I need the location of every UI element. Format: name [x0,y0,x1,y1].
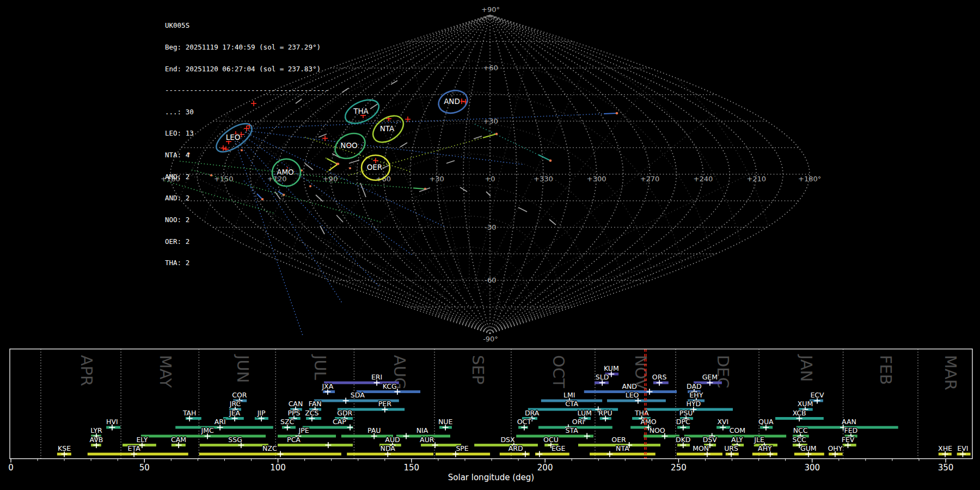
meteor-trail [475,124,538,155]
shower-label-AUR: AUR [420,436,434,444]
shower-label-XHE: XHE [938,444,952,452]
shower-label-NCC: NCC [793,426,808,434]
shower-label-ORI: ORI [572,418,584,426]
shower-label-SSG: SSG [228,436,242,444]
ellipse-label-OER: OER [367,163,383,171]
shower-label-NOO: NOO [650,426,665,434]
shower-label-LYR: LYR [90,426,102,434]
axis-tick-label: 250 [671,463,687,473]
shower-label-DPC: DPC [676,418,690,426]
lon-label: +240 [694,175,713,183]
count-LEO: LEO: 13 [165,130,329,137]
peak-marker-NIA [403,433,409,439]
shower-bar-CAP [303,426,353,429]
month-label-MAR: MAR [941,355,960,390]
shower-label-LMI: LMI [564,391,575,399]
shower-label-XCB: XCB [793,409,806,417]
axis-tick-label: 100 [270,463,286,473]
shower-label-CAN: CAN [289,400,303,408]
shower-label-SPE: SPE [456,444,468,452]
shower-bar-DSX [474,444,538,446]
count-AND: AND: 2 [165,194,329,201]
shower-label-AUD: AUD [385,436,400,444]
shower-bar-ARI [175,426,273,429]
shower-label-KCG: KCG [383,382,397,390]
shower-bar-NOO [644,435,679,438]
shower-label-SDA: SDA [351,391,365,399]
station-id: UK005S [165,22,329,29]
shower-label-SCC: SCC [792,436,806,444]
shower-label-THA: THA [634,409,649,417]
ellipse-label-THA: THA [353,107,369,115]
lat-label: +90° [481,5,500,14]
month-label-JUN: JUN [234,354,252,383]
ellipse-label-NOO: NOO [340,141,357,150]
shower-label-JIP: JIP [257,409,266,417]
shower-label-MON: MON [693,444,709,452]
axis-tick-label: 150 [404,463,420,473]
meteor-segment [360,183,366,197]
shower-bar-AUR [421,444,461,446]
observation-begin: Beg: 20251119 17:40:59 (sol = 237.29°) [165,44,329,51]
peak-marker-CAP [347,425,353,431]
count-NTA: NTA: 4 [165,151,329,158]
peak-marker-NTA [607,451,612,457]
shower-bar-ETA [88,453,188,456]
shower-label-ARD: ARD [509,444,523,452]
meteor-segment [400,143,407,147]
shower-label-DSX: DSX [500,436,515,444]
shower-label-FEV: FEV [842,436,855,444]
shower-label-ELY: ELY [136,436,148,444]
month-label-OCT: OCT [549,355,568,388]
shower-label-GUM: GUM [800,444,817,452]
shower-label-PER: PER [378,400,391,408]
shower-label-AAN: AAN [842,418,856,426]
chart-frame [10,349,972,459]
month-label-MAY: MAY [156,355,175,388]
shower-label-NZC: NZC [262,444,277,452]
meteor-segment [446,161,455,163]
shower-label-DRA: DRA [525,409,540,417]
shower-label-OCU: OCU [543,436,559,444]
peak-marker-ARD [522,451,528,457]
shower-label-PCA: PCA [287,436,301,444]
shower-bar-NTA [590,453,656,456]
meteor-end-dot [337,163,340,166]
peak-marker-PCA [325,442,331,448]
shower-label-KSE: KSE [58,444,71,452]
shower-label-OCT: OCT [517,418,532,426]
shower-label-PSU: PSU [679,409,693,417]
ellipse-label-NTA: NTA [380,124,395,133]
shower-label-ECV: ECV [810,391,824,399]
shower-label-NDA: NDA [381,444,396,452]
shower-label-JXA: JXA [321,382,333,390]
shower-label-EHY: EHY [689,391,703,399]
peak-marker-NZC [277,451,283,457]
shower-label-JLE: JLE [754,436,764,444]
shower-label-OHY: OHY [828,444,842,452]
shower-label-GEM: GEM [702,373,718,381]
shower-label-EVI: EVI [957,444,968,452]
shower-label-JMC: JMC [200,426,213,434]
meteor-path-segment [538,155,550,161]
axis-tick-label: 50 [139,463,150,473]
x-axis-title: Solar longitude (deg) [448,473,534,482]
meteor-segment [518,207,527,212]
shower-label-CTA: CTA [565,400,578,408]
count-OER: OER: 2 [165,238,329,245]
lon-label: +270 [640,175,660,183]
lat-label: +60 [483,64,498,72]
shower-label-JEA: JEA [229,409,241,417]
grid-meridian [437,15,490,334]
shower-label-URS: URS [724,444,738,452]
shower-label-CAM: CAM [171,436,186,444]
secondary-grid-circle [438,278,500,340]
shower-label-HVI: HVI [106,418,118,426]
shower-label-ERI: ERI [371,373,382,381]
shower-label-COM: COM [730,426,745,434]
shower-label-XUM: XUM [798,400,813,408]
meteor-segment [549,219,556,225]
shower-label-NTA: NTA [616,444,629,452]
meteor-segment [342,88,348,93]
month-label-FEB: FEB [877,355,895,385]
